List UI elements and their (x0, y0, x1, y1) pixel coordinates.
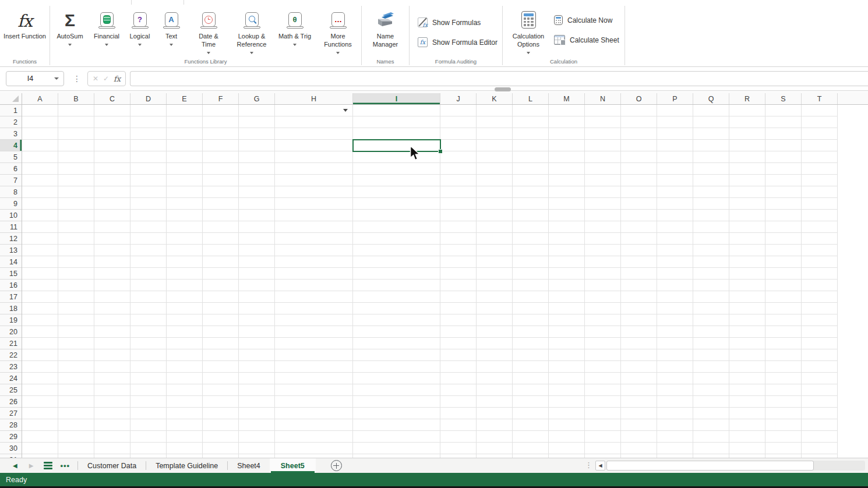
column-header-I[interactable]: I (353, 93, 440, 104)
show-formula-editor-icon: fx (418, 37, 428, 47)
column-header-J[interactable]: J (440, 93, 477, 104)
scrollbar-drag-handle[interactable]: ⋮ (585, 460, 592, 471)
row-header-6[interactable]: 6 (0, 163, 22, 175)
column-header-P[interactable]: P (657, 93, 693, 104)
column-header-T[interactable]: T (802, 93, 838, 104)
row-header-19[interactable]: 19 (0, 314, 22, 326)
formula-input[interactable] (130, 71, 868, 86)
sheet-tab-sheet5-active[interactable]: Sheet5 (270, 458, 316, 473)
row-header-22[interactable]: 22 (0, 349, 22, 361)
row-header-30[interactable]: 30 (0, 443, 22, 454)
cell-dropdown-arrow-icon[interactable] (343, 109, 348, 112)
select-all-corner[interactable] (0, 93, 22, 105)
enter-icon[interactable]: ✓ (103, 75, 109, 83)
calculate-now-button[interactable]: Calculate Now (554, 15, 619, 25)
row-header-25[interactable]: 25 (0, 384, 22, 396)
row-header-23[interactable]: 23 (0, 361, 22, 373)
row-header-14[interactable]: 14 (0, 256, 22, 268)
lookup-reference-button[interactable]: Lookup & Reference (230, 6, 274, 54)
row-header-29[interactable]: 29 (0, 431, 22, 443)
tab-scroll-left-icon[interactable]: ◀ (13, 463, 17, 469)
column-header-B[interactable]: B (58, 93, 94, 104)
more-functions-button[interactable]: … More Functions (316, 6, 360, 54)
dropdown-arrow-icon (207, 52, 210, 54)
column-header-Q[interactable]: Q (693, 93, 729, 104)
column-header-F[interactable]: F (203, 93, 239, 104)
row-header-5[interactable]: 5 (0, 151, 22, 163)
row-header-2[interactable]: 2 (0, 116, 22, 128)
show-formulas-label: Show Formulas (432, 19, 481, 27)
sheet-cells[interactable] (22, 105, 838, 458)
row-header-21[interactable]: 21 (0, 338, 22, 349)
row-header-16[interactable]: 16 (0, 280, 22, 291)
sheet-tab-customer-data[interactable]: Customer Data (78, 458, 146, 473)
insert-function-fx-icon[interactable]: fx (114, 75, 121, 83)
row-header-15[interactable]: 15 (0, 268, 22, 280)
formula-bar-drag-handle[interactable]: ⋮ (73, 75, 81, 83)
horizontal-scrollbar-thumb[interactable] (606, 461, 814, 471)
row-header-1[interactable]: 1 (0, 105, 22, 116)
logical-button[interactable]: ? Logical (125, 6, 155, 46)
column-header-R[interactable]: R (729, 93, 765, 104)
autosum-button[interactable]: Σ AutoSum (51, 6, 89, 46)
name-box[interactable]: I4 (6, 71, 64, 86)
row-header-3[interactable]: 3 (0, 128, 22, 140)
column-header-H[interactable]: H (275, 93, 353, 104)
tab-overflow-ellipsis-icon[interactable]: ••• (60, 461, 70, 470)
column-header-N[interactable]: N (585, 93, 621, 104)
row-header-13[interactable]: 13 (0, 245, 22, 256)
column-header-C[interactable]: C (94, 93, 130, 104)
fill-handle[interactable] (438, 149, 443, 154)
row-header-26[interactable]: 26 (0, 396, 22, 408)
cancel-icon[interactable]: ✕ (93, 75, 98, 83)
logical-book-icon: ? (133, 12, 147, 27)
row-header-11[interactable]: 11 (0, 221, 22, 233)
row-header-10[interactable]: 10 (0, 210, 22, 221)
row-header-7[interactable]: 7 (0, 175, 22, 186)
row-header-24[interactable]: 24 (0, 373, 22, 384)
text-button[interactable]: A Text (155, 6, 188, 46)
math-trig-button[interactable]: θ Math & Trig (274, 6, 316, 46)
sheet-tab-sheet4[interactable]: Sheet4 (228, 458, 270, 473)
formula-bar-resize-handle[interactable] (495, 87, 511, 91)
scroll-left-button[interactable]: ◀ (595, 461, 605, 471)
sheet-list-menu-icon[interactable] (44, 462, 52, 469)
row-header-8[interactable]: 8 (0, 186, 22, 198)
row-header-17[interactable]: 17 (0, 291, 22, 303)
column-header-S[interactable]: S (765, 93, 802, 104)
row-header-20[interactable]: 20 (0, 326, 22, 338)
column-header-G[interactable]: G (239, 93, 275, 104)
column-header-E[interactable]: E (167, 93, 203, 104)
row-headers: 1234567891011121314151617181920212223242… (0, 105, 22, 458)
calculate-sheet-label: Calculate Sheet (570, 36, 619, 44)
column-header-O[interactable]: O (621, 93, 657, 104)
worksheet-grid: ABCDEFGHIJKLMNOPQRST 1234567891011121314… (0, 93, 868, 458)
date-time-book-icon (202, 12, 216, 27)
column-header-L[interactable]: L (513, 93, 549, 104)
row-header-4[interactable]: 4 (0, 140, 22, 151)
financial-button[interactable]: Financial (89, 6, 125, 46)
row-header-12[interactable]: 12 (0, 233, 22, 245)
selected-cell-I4[interactable] (352, 139, 441, 152)
row-header-9[interactable]: 9 (0, 198, 22, 210)
add-sheet-button[interactable] (331, 460, 342, 471)
show-formula-editor-button[interactable]: fx Show Formula Editor (418, 37, 502, 47)
row-header-27[interactable]: 27 (0, 408, 22, 419)
column-header-D[interactable]: D (130, 93, 167, 104)
sheet-tab-template-guideline[interactable]: Template Guideline (146, 458, 227, 473)
date-time-button[interactable]: Date & Time (188, 6, 230, 54)
calculate-sheet-button[interactable]: Calculate Sheet (554, 35, 619, 45)
row-header-28[interactable]: 28 (0, 419, 22, 431)
show-formulas-button[interactable]: Show Formulas (418, 17, 502, 27)
row-header-18[interactable]: 18 (0, 303, 22, 314)
name-manager-button[interactable]: Name Manager (364, 6, 408, 49)
tab-scroll-right-icon[interactable]: ▶ (29, 463, 34, 469)
lookup-reference-label: Lookup & Reference (231, 33, 272, 49)
column-header-K[interactable]: K (477, 93, 513, 104)
column-header-A[interactable]: A (22, 93, 58, 104)
column-header-M[interactable]: M (549, 93, 585, 104)
calculation-options-button[interactable]: Calculation Options (503, 6, 554, 54)
insert-function-button[interactable]: fx Insert Function (2, 6, 48, 41)
text-book-icon: A (165, 12, 178, 27)
show-formula-editor-label: Show Formula Editor (432, 38, 497, 47)
